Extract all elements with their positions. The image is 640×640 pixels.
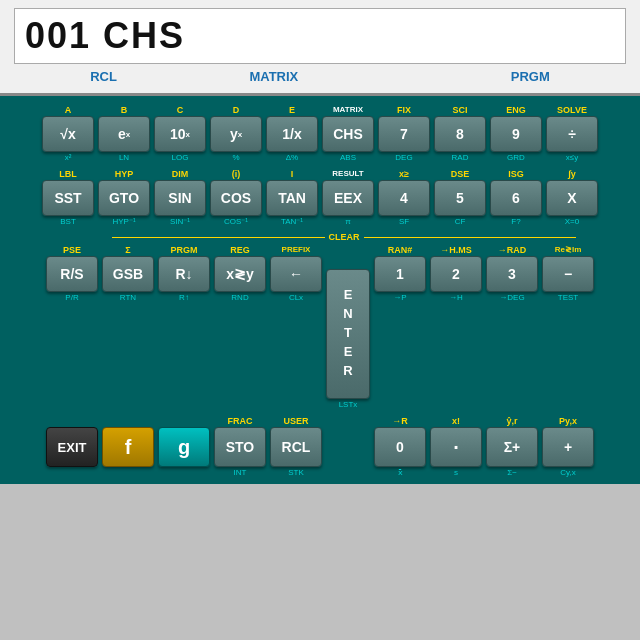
3-button[interactable]: →RAD 3 →DEG bbox=[486, 244, 538, 303]
calculator-body: A √x x² B ex LN C 10x LOG D yx % E 1/x Δ… bbox=[0, 96, 640, 484]
g-button[interactable]: . g . bbox=[158, 415, 210, 478]
f-button[interactable]: . f . bbox=[102, 415, 154, 478]
sub-label-prgm[interactable]: PRGM bbox=[511, 69, 550, 84]
sin-button[interactable]: DIM SIN SIN⁻¹ bbox=[154, 168, 206, 227]
sst-button[interactable]: LBL SST BST bbox=[42, 168, 94, 227]
xy-button[interactable]: REG x≷y RND bbox=[214, 244, 266, 303]
eex-button[interactable]: RESULT EEX π bbox=[322, 168, 374, 227]
gto-button[interactable]: HYP GTO HYP⁻¹ bbox=[98, 168, 150, 227]
sub-label-matrix[interactable]: MATRIX bbox=[249, 69, 298, 84]
5-button[interactable]: DSE 5 CF bbox=[434, 168, 486, 227]
clear-bar: CLEAR bbox=[8, 232, 632, 242]
sigma-plus-button[interactable]: ŷ,r Σ+ Σ− bbox=[486, 415, 538, 478]
4-button[interactable]: x≥ 4 SF bbox=[378, 168, 430, 227]
chs-button[interactable]: MATRIX CHS ABS bbox=[322, 104, 374, 163]
button-row-3: PSE R/S P/R Σ GSB RTN PRGM R↓ R↑ REG x≷y… bbox=[8, 244, 632, 410]
sub-display: RCL MATRIX PRGM bbox=[14, 64, 626, 87]
exit-button[interactable]: . EXIT . bbox=[46, 415, 98, 478]
gsb-button[interactable]: Σ GSB RTN bbox=[102, 244, 154, 303]
backspace-button[interactable]: PREFIX ← CLx bbox=[270, 244, 322, 303]
enter-button[interactable]: . ENTER LSTx bbox=[326, 257, 370, 410]
yx-button[interactable]: D yx % bbox=[210, 104, 262, 163]
10x-button[interactable]: C 10x LOG bbox=[154, 104, 206, 163]
ran-button[interactable]: RAN# 1 →P bbox=[374, 244, 426, 303]
button-row-2: LBL SST BST HYP GTO HYP⁻¹ DIM SIN SIN⁻¹ … bbox=[8, 168, 632, 227]
sqrt-x-button[interactable]: A √x x² bbox=[42, 104, 94, 163]
cos-button[interactable]: (i) COS COS⁻¹ bbox=[210, 168, 262, 227]
sto-button[interactable]: FRAC STO INT bbox=[214, 415, 266, 478]
8-button[interactable]: SCI 8 RAD bbox=[434, 104, 486, 163]
display-text: 001 CHS bbox=[25, 15, 185, 57]
rdown-button[interactable]: PRGM R↓ R↑ bbox=[158, 244, 210, 303]
sub-label-rcl[interactable]: RCL bbox=[90, 69, 117, 84]
clear-line-right bbox=[364, 237, 577, 238]
clear-line-left bbox=[112, 237, 325, 238]
tan-button[interactable]: I TAN TAN⁻¹ bbox=[266, 168, 318, 227]
rs-button[interactable]: PSE R/S P/R bbox=[46, 244, 98, 303]
7-button[interactable]: FIX 7 DEG bbox=[378, 104, 430, 163]
2-button[interactable]: →H.MS 2 →H bbox=[430, 244, 482, 303]
0-button[interactable]: →R 0 x̄ bbox=[374, 415, 426, 478]
6-button[interactable]: ISG 6 F? bbox=[490, 168, 542, 227]
clear-text: CLEAR bbox=[325, 232, 364, 242]
display-area: 001 CHS RCL MATRIX PRGM bbox=[0, 0, 640, 96]
button-row-4: . EXIT . . f . . g . FRAC STO INT USER R… bbox=[8, 415, 632, 478]
minus-button[interactable]: Re≷Im − TEST bbox=[542, 244, 594, 303]
x-button[interactable]: ∫y X X=0 bbox=[546, 168, 598, 227]
dot-button[interactable]: x! · s bbox=[430, 415, 482, 478]
plus-button[interactable]: Py,x + Cy,x bbox=[542, 415, 594, 478]
main-display: 001 CHS bbox=[14, 8, 626, 64]
9-button[interactable]: ENG 9 GRD bbox=[490, 104, 542, 163]
ex-button[interactable]: B ex LN bbox=[98, 104, 150, 163]
rcl-button[interactable]: USER RCL STK bbox=[270, 415, 322, 478]
button-row-1: A √x x² B ex LN C 10x LOG D yx % E 1/x Δ… bbox=[8, 104, 632, 163]
1x-button[interactable]: E 1/x Δ% bbox=[266, 104, 318, 163]
divide-button[interactable]: SOLVE ÷ x≤y bbox=[546, 104, 598, 163]
row3-container: CLEAR PSE R/S P/R Σ GSB RTN PRGM R↓ R↑ R… bbox=[8, 232, 632, 410]
